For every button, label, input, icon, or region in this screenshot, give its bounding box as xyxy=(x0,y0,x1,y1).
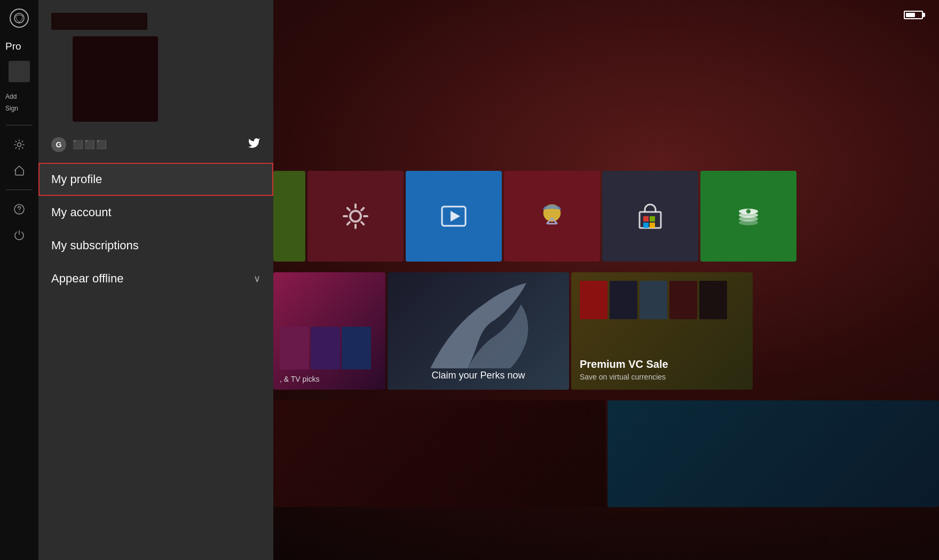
profile-username-bar xyxy=(51,13,147,30)
power-nav-icon[interactable] xyxy=(9,224,30,246)
svg-rect-12 xyxy=(650,223,655,228)
profile-avatar-large xyxy=(73,36,158,122)
stacked-tile[interactable] xyxy=(700,171,796,262)
dragon-tile-text: Claim your Perks now xyxy=(431,370,525,381)
home-nav-icon[interactable] xyxy=(9,160,30,181)
appear-offline-label: Appear offline xyxy=(51,272,123,286)
xbox-icon[interactable] xyxy=(10,9,29,28)
bottom-tile-2 xyxy=(607,400,940,507)
my-account-label: My account xyxy=(51,206,112,219)
left-sidebar: Pro Add Sign xyxy=(0,0,38,560)
profile-header xyxy=(38,0,273,130)
vc-sale-sub: Save on virtual currencies xyxy=(580,373,744,381)
twitter-icon[interactable] xyxy=(248,137,261,152)
my-subscriptions-item[interactable]: My subscriptions xyxy=(38,229,273,262)
bottom-tile-1 xyxy=(273,400,605,507)
tiles-row xyxy=(273,171,939,262)
media-tile[interactable] xyxy=(406,171,502,262)
store-tile[interactable] xyxy=(602,171,698,262)
bottom-tiles xyxy=(273,400,939,507)
sidebar-sign-label: Sign xyxy=(0,105,18,112)
appear-offline-chevron: ∨ xyxy=(254,273,261,285)
sidebar-add-label: Add xyxy=(0,93,17,100)
settings-nav-icon[interactable] xyxy=(9,134,30,155)
my-account-item[interactable]: My account xyxy=(38,196,273,229)
partial-tile xyxy=(273,171,305,262)
svg-rect-10 xyxy=(650,216,655,222)
gamerscore-value: ⬛⬛⬛ xyxy=(73,139,108,149)
movies-tile[interactable]: , & TV picks xyxy=(273,272,385,390)
dragon-tile[interactable]: Claim your Perks now xyxy=(388,272,569,390)
vc-game-thumbnails xyxy=(580,281,744,319)
my-profile-label: My profile xyxy=(51,172,102,186)
svg-point-1 xyxy=(18,143,21,147)
achievement-tile[interactable] xyxy=(504,171,600,262)
svg-marker-6 xyxy=(451,211,460,222)
sidebar-avatar xyxy=(9,61,30,82)
svg-point-17 xyxy=(746,209,751,214)
svg-rect-9 xyxy=(643,216,649,222)
vc-sale-title: Premium VC Sale xyxy=(580,358,744,370)
my-subscriptions-label: My subscriptions xyxy=(51,239,139,253)
sidebar-pro-label: Pro xyxy=(0,41,21,52)
profile-social-row: G ⬛⬛⬛ xyxy=(38,130,273,159)
lower-tiles: , & TV picks Claim your Perks now Premiu… xyxy=(273,272,939,390)
menu-items: My profile My account My subscriptions A… xyxy=(38,159,273,560)
settings-tile[interactable] xyxy=(307,171,404,262)
help-nav-icon[interactable] xyxy=(9,199,30,220)
gamerscore-icon: G xyxy=(51,137,66,152)
svg-point-3 xyxy=(19,211,20,212)
svg-rect-11 xyxy=(643,223,649,228)
profile-panel: G ⬛⬛⬛ My profile My account My subscript… xyxy=(38,0,273,560)
svg-point-4 xyxy=(350,211,361,222)
vc-sale-tile[interactable]: Premium VC Sale Save on virtual currenci… xyxy=(571,272,753,390)
sidebar-divider xyxy=(6,125,33,125)
appear-offline-item[interactable]: Appear offline ∨ xyxy=(38,262,273,295)
my-profile-item[interactable]: My profile xyxy=(38,163,273,196)
movies-sub-text: , & TV picks xyxy=(280,375,379,383)
sidebar-divider-2 xyxy=(6,190,33,190)
